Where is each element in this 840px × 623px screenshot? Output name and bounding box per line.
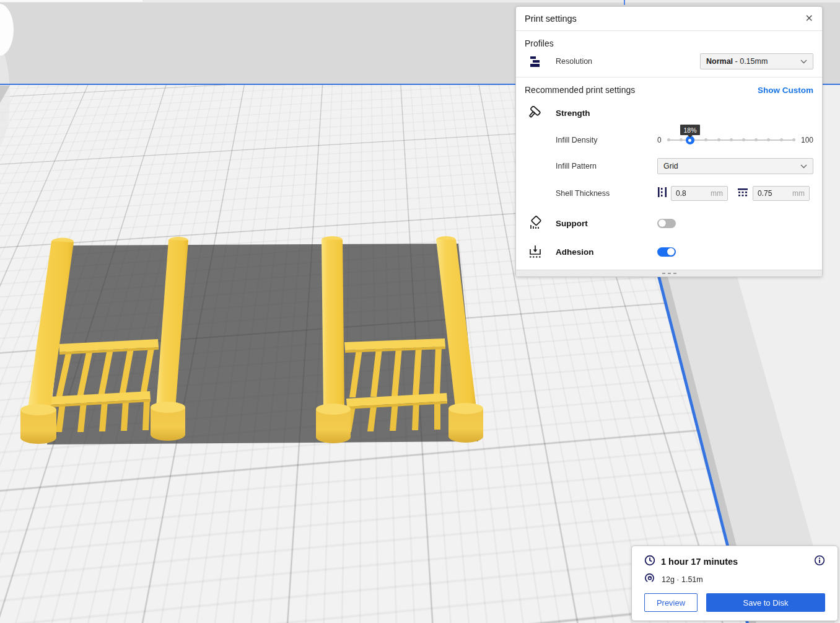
top-bottom-thickness-input[interactable] [753, 189, 787, 198]
preview-button[interactable]: Preview [644, 593, 698, 612]
infill-density-row: Infill Density 0 18% 100 [525, 131, 813, 149]
strength-label: Strength [556, 108, 590, 118]
print-time-estimate: 1 hour 17 minutes [661, 557, 738, 567]
support-label: Support [556, 219, 588, 228]
infill-density-tooltip: 18% [680, 125, 700, 135]
top-bottom-thickness-field: mm [753, 186, 810, 201]
wall-thickness-field: mm [671, 186, 728, 201]
infill-density-label: Infill Density [556, 136, 597, 144]
print-settings-header: Print settings ✕ [516, 7, 822, 31]
strength-header-row: Strength [525, 104, 813, 122]
save-to-disk-button[interactable]: Save to Disk [706, 593, 825, 612]
adhesion-row: Adhesion [525, 242, 813, 261]
chevron-down-icon [800, 57, 807, 66]
clock-icon [644, 555, 655, 568]
slider-max-label: 100 [801, 136, 813, 144]
support-icon [526, 216, 545, 231]
support-toggle[interactable] [657, 219, 676, 228]
resolution-value-rest: - 0.15mm [733, 57, 768, 66]
resolution-value-bold: Normal [706, 57, 733, 66]
panel-resize-handle[interactable] [516, 270, 822, 276]
show-custom-link[interactable]: Show Custom [758, 86, 813, 95]
toggle-knob [667, 248, 675, 255]
profiles-section-label: Profiles [525, 38, 813, 48]
infill-pattern-value: Grid [663, 162, 678, 170]
cura-window: Print settings ✕ Profiles Resolution Nor… [0, 0, 840, 623]
resolution-label: Resolution [556, 57, 592, 66]
top-bottom-thickness-unit: mm [792, 189, 809, 198]
material-spool-icon [644, 573, 655, 586]
recommended-header-row: Recommended print settings Show Custom [525, 85, 813, 95]
info-icon[interactable] [814, 555, 825, 568]
adhesion-toggle[interactable] [657, 247, 676, 257]
shell-thickness-row: Shell Thickness mm [525, 184, 813, 203]
infill-pattern-row: Infill Pattern Grid [525, 157, 813, 175]
wall-thickness-unit: mm [711, 189, 727, 198]
infill-pattern-dropdown[interactable]: Grid [657, 158, 813, 174]
strength-hammer-icon [526, 106, 545, 120]
support-row: Support [525, 214, 813, 232]
top-bottom-thickness-icon [737, 187, 749, 200]
resolution-dropdown[interactable]: Normal - 0.15mm [700, 53, 813, 69]
wall-thickness-icon [657, 186, 667, 201]
section-divider [516, 77, 822, 77]
recommended-header: Recommended print settings [525, 85, 635, 95]
infill-density-slider[interactable]: 18% [667, 132, 795, 148]
action-panel: 1 hour 17 minutes 12g · 1.51m Preview [631, 546, 838, 621]
panel-title: Print settings [525, 14, 577, 24]
close-icon[interactable]: ✕ [805, 14, 813, 24]
toggle-knob [658, 219, 666, 227]
material-estimate: 12g · 1.51m [662, 575, 703, 584]
chevron-down-icon [800, 162, 807, 170]
resolution-row: Resolution Normal - 0.15mm [525, 52, 813, 71]
shell-thickness-label: Shell Thickness [556, 189, 610, 198]
wall-thickness-input[interactable] [672, 189, 706, 198]
slider-min-label: 0 [657, 136, 662, 144]
adhesion-label: Adhesion [556, 247, 594, 257]
infill-pattern-label: Infill Pattern [556, 162, 597, 170]
resolution-layers-icon [526, 55, 545, 68]
print-settings-panel: Print settings ✕ Profiles Resolution Nor… [515, 6, 823, 277]
adhesion-icon [526, 244, 545, 259]
